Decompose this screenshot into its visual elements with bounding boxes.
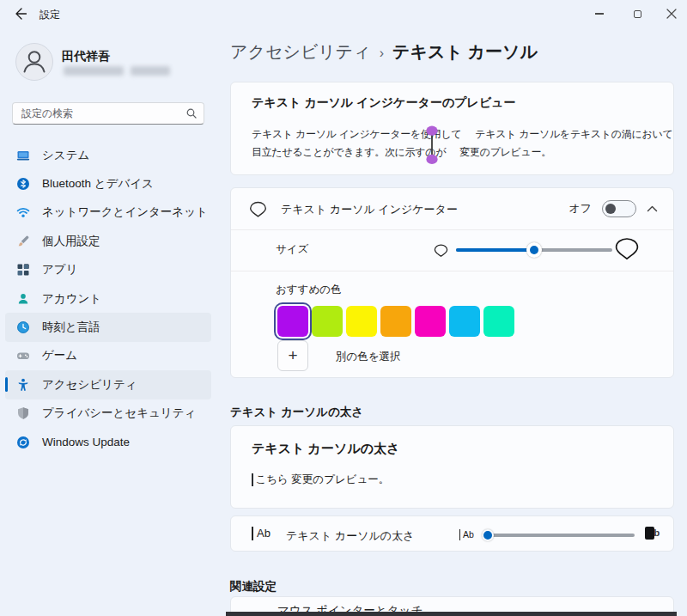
size-slider-thumb[interactable] — [526, 242, 542, 258]
sidebar-item-label: アカウント — [42, 291, 101, 307]
sidebar-item-network-internet[interactable]: ネットワークとインターネット — [5, 198, 211, 227]
shield-icon — [16, 406, 30, 420]
thin-cursor-preview: Ab — [459, 529, 474, 540]
brush-icon — [16, 235, 30, 248]
breadcrumb-separator-icon: › — [380, 46, 384, 61]
sidebar-item-bluetooth-devices[interactable]: Bluetooth とデバイス — [5, 169, 211, 198]
accessibility-icon — [16, 378, 30, 392]
color-swatch-yellow[interactable] — [346, 306, 377, 337]
close-button[interactable] — [656, 0, 687, 27]
search-input[interactable]: 設定の検索 — [12, 102, 204, 125]
avatar — [15, 43, 53, 81]
size-slider-fill — [456, 248, 534, 252]
cursor-thickness-icon: Ab — [252, 527, 271, 540]
app-title: 設定 — [40, 8, 60, 22]
sidebar-item-label: プライバシーとセキュリティ — [42, 406, 196, 421]
sidebar-item-label: 個人用設定 — [42, 234, 100, 249]
color-swatch-purple[interactable] — [277, 306, 308, 337]
text-cursor-indicator-card: テキスト カーソル インジケーター オフ サイズ おすすめの色 — [230, 187, 674, 378]
sidebar-nav: システム Bluetooth とデバイス ネットワークとインターネット 個人用設… — [5, 141, 211, 456]
toggle-knob — [605, 204, 616, 214]
thickness-preview-card: テキスト カーソルの太さ こちら 変更のプレビュー。 — [230, 425, 674, 509]
pick-custom-color-button[interactable]: + — [277, 340, 308, 371]
text-caret — [252, 473, 253, 486]
indicator-preview-card: テキスト カーソル インジケーターのプレビュー テキスト カーソル インジケータ… — [230, 82, 674, 175]
color-swatch-lime[interactable] — [312, 306, 343, 337]
sidebar-item-accounts[interactable]: アカウント — [5, 284, 211, 313]
apps-icon — [16, 263, 30, 277]
thickness-slider-label: テキスト カーソルの太さ — [286, 528, 414, 544]
plus-icon: + — [288, 346, 297, 365]
thickness-section-header: テキスト カーソルの太さ — [230, 405, 363, 420]
divider — [231, 229, 673, 230]
sidebar-item-time-language[interactable]: 時刻と言語 — [5, 313, 211, 341]
user-email-redacted — [64, 66, 124, 76]
bluetooth-icon — [16, 177, 30, 191]
color-swatch-turquoise[interactable] — [483, 306, 514, 337]
color-swatch-magenta[interactable] — [415, 306, 446, 337]
size-slider[interactable] — [456, 248, 612, 252]
indicator-toggle-switch[interactable] — [602, 200, 636, 217]
indicator-large-icon — [614, 237, 640, 261]
indicator-toggle-controls: オフ — [568, 188, 658, 229]
preview-cursor-indicator — [425, 125, 439, 165]
sidebar-item-label: Bluetooth とデバイス — [42, 176, 154, 192]
sidebar-item-label: ネットワークとインターネット — [42, 204, 208, 220]
sidebar-item-system[interactable]: システム — [5, 141, 211, 169]
suggested-colors-label: おすすめの色 — [276, 283, 341, 297]
pick-custom-color-label[interactable]: 別の色を選択 — [336, 350, 401, 364]
update-icon — [16, 436, 30, 449]
page-title: テキスト カーソル — [392, 40, 538, 64]
related-settings-card[interactable]: マウス ポインターとタッチ — [230, 596, 674, 613]
preview-gap — [446, 145, 459, 160]
indicator-small-icon — [434, 244, 448, 257]
sidebar-item-gaming[interactable]: ゲーム — [5, 342, 211, 370]
divider — [231, 271, 673, 271]
thickness-slider[interactable] — [482, 534, 635, 537]
sidebar-item-personalization[interactable]: 個人用設定 — [5, 227, 211, 255]
sidebar-item-windows-update[interactable]: Windows Update — [5, 428, 211, 456]
sidebar-item-label: Windows Update — [42, 436, 130, 448]
thick-cursor-preview: Ab — [647, 528, 660, 538]
preview-gap — [461, 127, 475, 142]
maximize-button[interactable] — [618, 0, 656, 27]
preview-line1-b: テキスト カーソルをテキストの渦において — [475, 127, 672, 142]
thickness-card-title: テキスト カーソルの太さ — [252, 441, 399, 457]
wifi-icon — [16, 205, 30, 219]
minimize-button[interactable] — [581, 0, 618, 27]
sidebar-item-privacy-security[interactable]: プライバシーとセキュリティ — [5, 399, 211, 428]
sidebar-item-label: システム — [42, 148, 89, 163]
close-icon — [666, 9, 677, 19]
gamepad-icon — [16, 349, 30, 363]
thickness-preview-line: こちら 変更のプレビュー。 — [252, 473, 389, 487]
sidebar-item-label: 時刻と言語 — [42, 320, 100, 335]
search-placeholder: 設定の検索 — [21, 107, 186, 121]
user-name: 田代祥吾 — [62, 49, 110, 64]
color-swatch-orange[interactable] — [380, 306, 411, 337]
cursor-indicator-icon — [249, 201, 267, 217]
breadcrumb-parent[interactable]: アクセシビリティ — [230, 40, 371, 64]
preview-card-title: テキスト カーソル インジケーターのプレビュー — [252, 95, 515, 111]
maximize-icon — [634, 10, 641, 18]
sidebar-item-label: ゲーム — [42, 348, 77, 363]
sidebar-item-accessibility[interactable]: アクセシビリティ — [5, 370, 211, 399]
back-arrow-icon — [15, 8, 27, 20]
account-icon — [16, 292, 30, 306]
indicator-toggle-label: テキスト カーソル インジケーター — [281, 202, 458, 217]
thickness-slider-thumb[interactable] — [482, 529, 494, 541]
toggle-state-label: オフ — [568, 201, 592, 217]
search-icon — [186, 108, 197, 119]
bottom-dark-strip — [226, 612, 677, 616]
thickness-slider-row: Ab テキスト カーソルの太さ Ab Ab — [230, 515, 674, 552]
color-swatch-blue[interactable] — [449, 306, 480, 337]
sidebar-item-apps[interactable]: アプリ — [5, 256, 211, 284]
color-swatches — [277, 306, 514, 337]
preview-line2-b: 変更のプレビュー。 — [459, 145, 551, 160]
thickness-preview-text: こちら 変更のプレビュー。 — [256, 473, 390, 487]
breadcrumb: アクセシビリティ › テキスト カーソル — [230, 40, 538, 64]
back-button[interactable] — [9, 3, 33, 24]
preview-text-line2: 目立たせることができます。次に示すのが変更のプレビュー。 — [252, 145, 551, 160]
chevron-up-icon[interactable] — [647, 205, 658, 212]
preview-line2-a: 目立たせることができます。次に示すのが — [252, 145, 446, 160]
sidebar-item-label: アプリ — [42, 262, 77, 278]
